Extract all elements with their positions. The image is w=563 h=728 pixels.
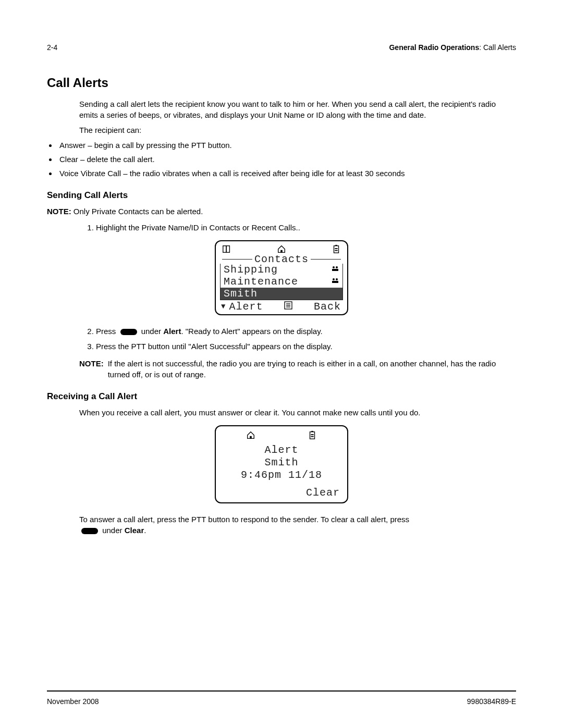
down-arrow-icon: ▼ xyxy=(221,305,226,309)
svg-point-7 xyxy=(333,266,335,268)
group-icon xyxy=(331,264,339,275)
document-page: 2-4 General Radio Operations: Call Alert… xyxy=(0,0,563,728)
softkey-button-icon xyxy=(120,329,137,335)
section-heading: Call Alerts xyxy=(47,74,516,92)
para-text: . xyxy=(144,526,146,535)
softkey-left: Alert xyxy=(229,301,263,312)
contacts-list: Shipping Maintenance Smith xyxy=(220,264,343,300)
svg-rect-9 xyxy=(332,269,338,271)
radio-display: Alert Smith 9:46pm 11/18 Clear xyxy=(215,425,348,503)
para-text: under xyxy=(100,526,125,535)
sending-steps: Highlight the Private Name/ID in Contact… xyxy=(79,222,516,233)
alert-line-2: Smith xyxy=(220,456,343,469)
list-item: Voice Vibrate Call – the radio vibrates … xyxy=(57,168,516,179)
contact-row: Shipping xyxy=(221,264,342,276)
sending-note: NOTE: Only Private Contacts can be alert… xyxy=(47,206,516,217)
softkey-button-icon xyxy=(81,528,98,534)
svg-rect-18 xyxy=(310,431,315,439)
book-icon xyxy=(222,244,231,254)
footer-docnum: 9980384R89-E xyxy=(467,697,516,707)
sending-heading: Sending Call Alerts xyxy=(47,189,516,202)
svg-rect-5 xyxy=(335,248,337,249)
softkey-right: Back xyxy=(314,301,341,312)
recipient-options-list: Answer – begin a call by pressing the PT… xyxy=(47,140,516,179)
contact-name: Shipping xyxy=(224,264,278,275)
header-breadcrumb: General Radio Operations: Call Alerts xyxy=(389,43,516,53)
footer-date: November 2008 xyxy=(47,697,99,707)
svg-rect-4 xyxy=(335,245,337,246)
svg-rect-3 xyxy=(334,246,339,253)
svg-rect-21 xyxy=(311,436,313,437)
intro-paragraph: Sending a call alert lets the recipient … xyxy=(79,98,516,120)
alert-line-3: 9:46pm 11/18 xyxy=(220,469,343,482)
step-item: Press the PTT button until "Alert Succes… xyxy=(96,341,516,352)
svg-rect-17 xyxy=(250,436,252,439)
svg-rect-1 xyxy=(226,246,229,253)
list-item: Clear – delete the call alert. xyxy=(57,154,516,165)
svg-rect-12 xyxy=(332,281,338,283)
step-item: Highlight the Private Name/ID in Contact… xyxy=(96,222,516,233)
sending-steps-cont: Press under Alert. "Ready to Alert" appe… xyxy=(79,326,516,352)
contact-name: Smith xyxy=(224,288,258,299)
page-number: 2-4 xyxy=(47,43,57,53)
list-item: Answer – begin a call by pressing the PT… xyxy=(57,140,516,151)
svg-rect-6 xyxy=(335,250,337,251)
page-header: 2-4 General Radio Operations: Call Alert… xyxy=(47,43,516,53)
para-bold: Clear xyxy=(125,526,144,535)
home-icon xyxy=(246,430,255,440)
contact-name: Maintenance xyxy=(224,276,298,287)
svg-point-11 xyxy=(336,278,338,280)
softkey-row: Clear xyxy=(220,487,343,499)
footer-rule xyxy=(47,690,516,692)
step-text: under xyxy=(139,327,164,336)
contacts-screen-figure: Contacts Shipping Maintenance Sm xyxy=(47,240,516,315)
page-footer: November 2008 9980384R89-E xyxy=(47,690,516,707)
screen-title-row: Contacts xyxy=(220,254,343,265)
svg-point-8 xyxy=(336,266,338,268)
svg-point-10 xyxy=(333,278,335,280)
home-icon xyxy=(277,244,286,254)
step-item: Press under Alert. "Ready to Alert" appe… xyxy=(96,326,516,337)
contact-row-selected: Smith xyxy=(221,288,342,300)
receiving-intro: When you receive a call alert, you must … xyxy=(79,407,516,418)
step-text: . "Ready to Alert" appears on the displa… xyxy=(181,327,322,336)
group-icon xyxy=(331,276,339,287)
sending-note-2: NOTE: If the alert is not successful, th… xyxy=(79,358,516,380)
answer-clear-paragraph: To answer a call alert, press the PTT bu… xyxy=(79,514,516,536)
svg-rect-20 xyxy=(311,434,313,435)
note-label: NOTE: xyxy=(47,207,71,216)
radio-display: Contacts Shipping Maintenance Sm xyxy=(215,240,348,315)
step-bold: Alert xyxy=(163,327,181,336)
para-text: To answer a call alert, press the PTT bu… xyxy=(79,515,409,524)
note-text: If the alert is not successful, the radi… xyxy=(108,358,516,380)
chapter-title: General Radio Operations xyxy=(389,43,479,52)
alert-line-1: Alert xyxy=(220,444,343,456)
svg-rect-0 xyxy=(223,246,226,253)
note-label: NOTE: xyxy=(79,358,104,380)
battery-icon xyxy=(308,430,317,440)
svg-rect-2 xyxy=(280,250,283,253)
menu-list-icon xyxy=(284,301,292,312)
chapter-subtitle: : Call Alerts xyxy=(479,43,516,52)
alert-screen-figure: Alert Smith 9:46pm 11/18 Clear xyxy=(47,425,516,503)
screen-title: Contacts xyxy=(254,254,309,265)
svg-rect-19 xyxy=(311,431,313,432)
note-text: Only Private Contacts can be alerted. xyxy=(71,207,203,216)
status-bar xyxy=(220,429,343,444)
battery-icon xyxy=(332,244,341,254)
softkey-right: Clear xyxy=(306,487,340,499)
softkey-row: ▼ Alert Back xyxy=(220,300,343,312)
contact-row: Maintenance xyxy=(221,276,342,288)
step-text: Press xyxy=(96,327,118,336)
recipient-can-label: The recipient can: xyxy=(79,125,516,135)
receiving-heading: Receiving a Call Alert xyxy=(47,390,516,403)
